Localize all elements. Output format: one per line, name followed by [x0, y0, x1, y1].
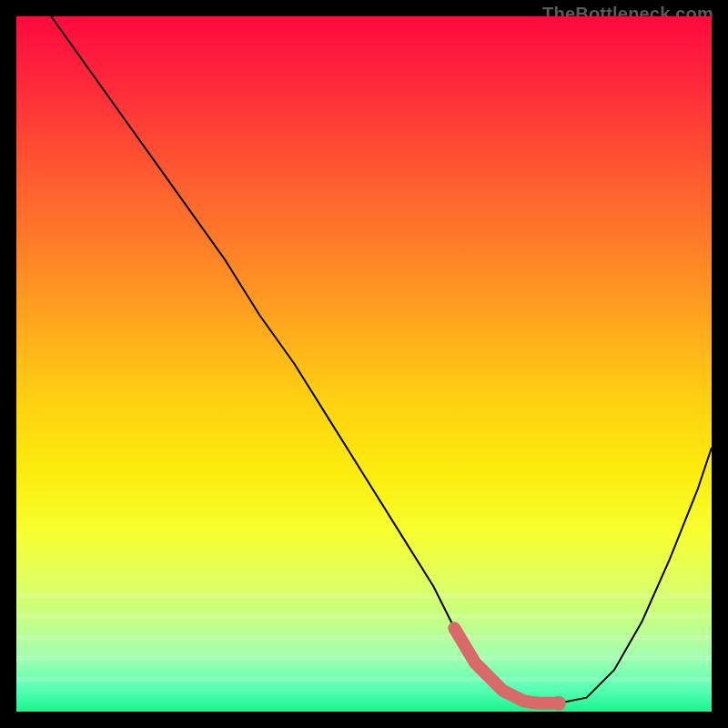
- curve-layer: [16, 16, 712, 712]
- chart-container: TheBottleneck.com: [0, 0, 728, 728]
- plot-area: [16, 16, 712, 712]
- highlight-end-dot: [551, 696, 566, 711]
- highlight-segment: [454, 628, 559, 703]
- curve: [51, 16, 712, 703]
